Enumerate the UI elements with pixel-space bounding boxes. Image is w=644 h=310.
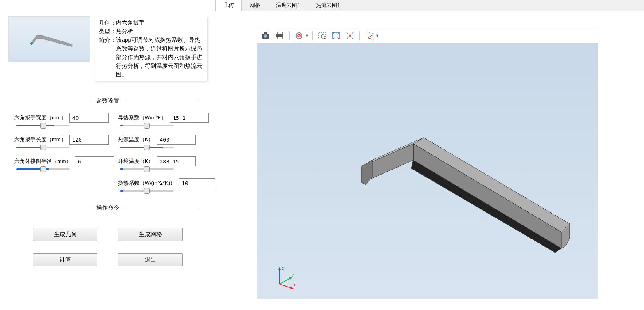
param-label: 六角外接圆半径（mm） xyxy=(14,158,72,165)
zoom-box-icon[interactable] xyxy=(316,30,328,41)
param-heat-transfer-input[interactable] xyxy=(179,178,215,188)
svg-marker-22 xyxy=(413,138,570,232)
svg-rect-7 xyxy=(277,37,282,39)
header-row: 几何：内六角扳手 类型：热分析 简介：该app可调节对流换热系数、导热系数等参数… xyxy=(0,0,215,85)
toolbar-separator xyxy=(312,31,313,40)
param-radius-slider[interactable] xyxy=(16,168,70,170)
param-conductivity: 导热系数（W/m*K） xyxy=(118,113,215,126)
param-label: 六角扳手长度（mm） xyxy=(14,136,66,143)
param-width-slider[interactable] xyxy=(16,125,70,126)
param-ambient-temp-input[interactable] xyxy=(157,156,196,166)
summary-value: 该app可调节对流换热系数、导热系数等参数，通过将图片所示绿色部分作为热源，并对… xyxy=(116,36,203,79)
param-radius-input[interactable] xyxy=(75,156,114,166)
tabs-bar: 几何 网格 温度云图1 热流云图1 xyxy=(215,0,644,11)
svg-point-12 xyxy=(321,35,324,38)
zoom-extents-icon[interactable] xyxy=(330,30,342,41)
param-label: 环境温度（K） xyxy=(118,158,154,165)
svg-marker-23 xyxy=(413,144,561,248)
svg-point-3 xyxy=(264,34,267,38)
summary-label: 简介： xyxy=(99,36,116,79)
param-length: 六角扳手长度（mm） xyxy=(14,135,114,148)
svg-line-13 xyxy=(324,38,325,39)
tab-temperature[interactable]: 温度云图1 xyxy=(268,0,308,11)
svg-marker-34 xyxy=(289,277,292,280)
dropdown-icon[interactable]: ▼ xyxy=(375,34,379,38)
svg-rect-4 xyxy=(264,32,267,34)
param-heat-transfer: 换热系数（W/(m^2*K)） xyxy=(118,178,215,192)
param-source-temp-input[interactable] xyxy=(157,135,196,145)
svg-text:z: z xyxy=(369,31,371,34)
param-source-temp: 热源温度（K） xyxy=(118,135,215,148)
dropdown-icon[interactable]: ▼ xyxy=(305,34,309,38)
reset-view-icon[interactable] xyxy=(293,30,305,41)
svg-text:z: z xyxy=(282,266,284,271)
svg-line-18 xyxy=(368,35,372,38)
param-conductivity-input[interactable] xyxy=(170,113,209,123)
info-box: 几何：内六角扳手 类型：热分析 简介：该app可调节对流换热系数、导热系数等参数… xyxy=(95,16,207,81)
svg-marker-15 xyxy=(349,34,351,37)
left-panel: 几何：内六角扳手 类型：热分析 简介：该app可调节对流换热系数、导热系数等参数… xyxy=(0,0,215,310)
compute-button[interactable]: 计算 xyxy=(33,253,97,266)
wrench-model xyxy=(306,96,570,269)
toolbar-separator xyxy=(289,31,290,40)
svg-line-33 xyxy=(280,278,291,284)
axes-icon[interactable]: z y x xyxy=(363,30,375,41)
type-label: 类型： xyxy=(99,27,116,36)
type-value: 热分析 xyxy=(116,27,133,36)
svg-line-36 xyxy=(280,284,292,288)
toolbar-separator xyxy=(359,31,360,40)
axes-triad: z y x xyxy=(273,266,298,290)
exit-button[interactable]: 退出 xyxy=(118,253,183,266)
canvas-3d[interactable]: z y x xyxy=(257,43,598,299)
param-width: 六角扳手宽度（mm） xyxy=(14,113,114,126)
commands-grid: 生成几何 生成网格 计算 退出 xyxy=(0,220,215,275)
param-length-slider[interactable] xyxy=(16,147,70,148)
viewport-toolbar: ▼ z y x ▼ xyxy=(257,28,598,43)
param-label: 六角扳手宽度（mm） xyxy=(14,114,66,122)
svg-marker-31 xyxy=(278,267,281,270)
camera-icon[interactable] xyxy=(259,30,272,41)
param-width-input[interactable] xyxy=(69,113,109,123)
tab-geometry[interactable]: 几何 xyxy=(215,0,242,11)
svg-line-20 xyxy=(368,38,372,39)
geometry-label: 几何： xyxy=(99,18,116,27)
param-length-input[interactable] xyxy=(69,135,109,145)
commands-section-header: 操作命令 xyxy=(16,204,199,211)
param-heat-transfer-slider[interactable] xyxy=(120,190,174,192)
tab-mesh[interactable]: 网格 xyxy=(242,0,268,11)
generate-mesh-button[interactable]: 生成网格 xyxy=(118,228,183,241)
params-grid: 六角扳手宽度（mm） 导热系数（W/m*K） 六角扳手长度（mm） 热源温度（K… xyxy=(0,113,215,192)
svg-rect-5 xyxy=(277,32,282,34)
viewport-wrap: ▼ z y x ▼ xyxy=(215,11,644,310)
svg-text:y: y xyxy=(292,273,294,277)
param-label: 热源温度（K） xyxy=(118,136,154,143)
generate-geometry-button[interactable]: 生成几何 xyxy=(33,228,97,241)
svg-text:x: x xyxy=(372,38,374,40)
geometry-thumbnail xyxy=(8,16,90,62)
param-source-temp-slider[interactable] xyxy=(120,147,174,148)
params-section-header: 参数设置 xyxy=(16,97,199,105)
svg-text:y: y xyxy=(372,32,374,36)
svg-marker-28 xyxy=(362,160,372,185)
zoom-selection-icon[interactable] xyxy=(344,30,356,41)
param-ambient-temp-slider[interactable] xyxy=(120,168,174,170)
svg-point-1 xyxy=(30,42,33,45)
param-label: 换热系数（W/(m^2*K)） xyxy=(118,179,176,187)
geometry-value: 内六角扳手 xyxy=(116,18,145,27)
param-radius: 六角外接圆半径（mm） xyxy=(14,156,114,170)
param-ambient-temp: 环境温度（K） xyxy=(118,156,215,170)
svg-text:x: x xyxy=(293,282,295,287)
print-icon[interactable] xyxy=(273,30,286,41)
tab-heatflux[interactable]: 热流云图1 xyxy=(308,0,348,11)
right-panel: 几何 网格 温度云图1 热流云图1 ▼ xyxy=(215,0,644,310)
param-label: 导热系数（W/m*K） xyxy=(118,114,167,122)
param-conductivity-slider[interactable] xyxy=(120,125,174,126)
svg-marker-0 xyxy=(31,35,72,47)
viewport: ▼ z y x ▼ xyxy=(257,28,598,299)
